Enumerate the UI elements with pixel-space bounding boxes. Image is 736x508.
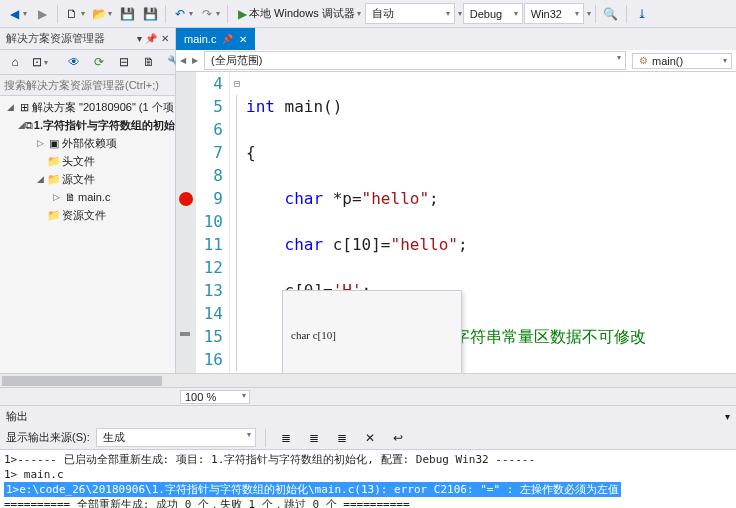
output-line: ========== 全部重新生成: 成功 0 个，失败 1 个，跳过 0 个 … bbox=[4, 497, 732, 508]
code-editor[interactable]: 45678910111213141516 ⊟ int main() { char… bbox=[176, 72, 736, 373]
cfile-icon: 🗎 bbox=[62, 191, 78, 203]
folder-icon: 📁 bbox=[46, 209, 62, 222]
save-all-icon: 💾 bbox=[143, 7, 157, 21]
tab-label: main.c bbox=[184, 33, 216, 45]
goto-button[interactable]: ≣ bbox=[275, 427, 297, 449]
search-input[interactable] bbox=[4, 79, 171, 91]
collapse-icon: ⊟ bbox=[117, 55, 131, 69]
find-button[interactable]: 🔍 bbox=[600, 3, 622, 25]
crumb-right-icon[interactable]: ▶ bbox=[192, 56, 198, 65]
sync-button[interactable]: 👁 bbox=[63, 51, 85, 73]
main-toolbar: ◀▾ ▶ 🗋▾ 📂▾ 💾 💾 ↶▾ ↷▾ ▶ 本地 Windows 调试器▾ 自… bbox=[0, 0, 736, 28]
debugger-label: 本地 Windows 调试器 bbox=[249, 6, 355, 21]
editor-pane: main.c 📌 ✕ ◀ ▶ (全局范围) ⚙main() 4567891011… bbox=[176, 28, 736, 373]
open-button[interactable]: 📂▾ bbox=[89, 3, 115, 25]
redo-icon: ↷ bbox=[200, 7, 214, 21]
redo-button[interactable]: ↷▾ bbox=[197, 3, 223, 25]
scope-combo[interactable]: (全局范围) bbox=[204, 51, 626, 70]
circle-back-icon: ◀ bbox=[7, 7, 21, 21]
new-project-button[interactable]: 🗋▾ bbox=[62, 3, 88, 25]
refresh-combo[interactable]: ⊡▾ bbox=[29, 51, 51, 73]
main-c-node[interactable]: ▷🗎main.c bbox=[0, 188, 175, 206]
error-tooltip: char c[10] Error: 表达式必须是可修改的左值 bbox=[282, 290, 462, 373]
project-icon: ⧉ bbox=[25, 119, 34, 132]
show-all-button[interactable]: 🗎 bbox=[138, 51, 160, 73]
run-button[interactable]: ▶ 本地 Windows 调试器▾ bbox=[232, 3, 364, 25]
next-icon: ≣ bbox=[335, 431, 349, 445]
prev-icon: ≣ bbox=[307, 431, 321, 445]
output-title: 输出 ▾ bbox=[0, 406, 736, 426]
solution-explorer-title: 解决方案资源管理器 ▾ 📌 ✕ bbox=[0, 28, 175, 50]
home-icon: ⌂ bbox=[8, 55, 22, 69]
next-button[interactable]: ≣ bbox=[331, 427, 353, 449]
folder-icon: 📁 bbox=[46, 173, 62, 186]
output-source-combo[interactable]: 生成 bbox=[96, 428, 256, 447]
save-all-button[interactable]: 💾 bbox=[139, 3, 161, 25]
combo-icon: ⊡ bbox=[32, 55, 42, 69]
refresh-icon: ⟳ bbox=[92, 55, 106, 69]
refs-node[interactable]: ▷▣外部依赖项 bbox=[0, 134, 175, 152]
find-icon: 🔍 bbox=[604, 7, 618, 21]
refs-icon: ▣ bbox=[46, 137, 62, 150]
platform-combo[interactable]: Win32 bbox=[524, 3, 584, 24]
close-panel-icon[interactable]: ✕ bbox=[161, 33, 169, 44]
prev-button[interactable]: ≣ bbox=[303, 427, 325, 449]
config-combo[interactable]: Debug bbox=[463, 3, 523, 24]
pin-icon[interactable]: ▾ 📌 bbox=[137, 33, 157, 44]
crumb-left-icon[interactable]: ◀ bbox=[180, 56, 186, 65]
mode-combo[interactable]: 自动 bbox=[365, 3, 455, 24]
gear-icon: ⚙ bbox=[639, 55, 648, 66]
output-source-label: 显示输出来源(S): bbox=[6, 430, 90, 445]
play-icon: ▶ bbox=[235, 7, 249, 21]
scroll-thumb[interactable] bbox=[2, 376, 162, 386]
close-icon[interactable]: ✕ bbox=[239, 34, 247, 45]
output-line: 1>------ 已启动全部重新生成: 项目: 1.字符指针与字符数组的初始化,… bbox=[4, 452, 732, 467]
breakpoint-gutter[interactable] bbox=[176, 72, 196, 373]
save-button[interactable]: 💾 bbox=[116, 3, 138, 25]
line-numbers: 45678910111213141516 bbox=[196, 72, 230, 373]
headers-node[interactable]: 📁头文件 bbox=[0, 152, 175, 170]
solution-tree: ◢⊞解决方案 "20180906" (1 个项 ◢⧉1.字符指针与字符数组的初始… bbox=[0, 96, 175, 373]
tooltip-type: char c[10] bbox=[291, 327, 453, 343]
tab-main-c[interactable]: main.c 📌 ✕ bbox=[176, 28, 255, 50]
marker bbox=[180, 332, 190, 336]
breakpoint-icon[interactable] bbox=[179, 192, 193, 206]
project-node[interactable]: ◢⧉1.字符指针与字符数组的初始 bbox=[0, 116, 175, 134]
sync-icon: 👁 bbox=[67, 55, 81, 69]
circle-forward-icon: ▶ bbox=[35, 7, 49, 21]
forward-button[interactable]: ▶ bbox=[31, 3, 53, 25]
undo-icon: ↶ bbox=[173, 7, 187, 21]
solution-node[interactable]: ◢⊞解决方案 "20180906" (1 个项 bbox=[0, 98, 175, 116]
back-button[interactable]: ◀▾ bbox=[4, 3, 30, 25]
tab-bar: main.c 📌 ✕ bbox=[176, 28, 736, 50]
new-project-icon: 🗋 bbox=[65, 7, 79, 21]
folder-icon: 📁 bbox=[46, 155, 62, 168]
sources-node[interactable]: ◢📁源文件 bbox=[0, 170, 175, 188]
step-button[interactable]: ⤓ bbox=[631, 3, 653, 25]
solution-search[interactable] bbox=[0, 74, 175, 96]
goto-icon: ≣ bbox=[279, 431, 293, 445]
output-panel: 输出 ▾ 显示输出来源(S): 生成 ≣ ≣ ≣ ✕ ↩ 1>------ 已启… bbox=[0, 405, 736, 508]
editor-statusbar: 100 % bbox=[0, 387, 736, 405]
editor-hscroll[interactable] bbox=[0, 373, 736, 387]
refresh-button[interactable]: ⟳ bbox=[88, 51, 110, 73]
pin-icon[interactable]: 📌 bbox=[222, 34, 233, 44]
output-line: 1> main.c bbox=[4, 467, 732, 482]
clear-button[interactable]: ✕ bbox=[359, 427, 381, 449]
function-combo[interactable]: ⚙main() bbox=[632, 53, 732, 69]
code-body[interactable]: int main() { char *p="hello"; char c[10]… bbox=[244, 72, 736, 373]
undo-button[interactable]: ↶▾ bbox=[170, 3, 196, 25]
collapse-button[interactable]: ⊟ bbox=[113, 51, 135, 73]
fold-gutter[interactable]: ⊟ bbox=[230, 72, 244, 373]
output-toolbar: 显示输出来源(S): 生成 ≣ ≣ ≣ ✕ ↩ bbox=[0, 426, 736, 450]
resources-node[interactable]: 📁资源文件 bbox=[0, 206, 175, 224]
zoom-combo[interactable]: 100 % bbox=[180, 390, 250, 404]
home-button[interactable]: ⌂ bbox=[4, 51, 26, 73]
solution-explorer: 解决方案资源管理器 ▾ 📌 ✕ ⌂ ⊡▾ 👁 ⟳ ⊟ 🗎 🔧 ‹ ◢⊞解决方案 … bbox=[0, 28, 176, 373]
save-icon: 💾 bbox=[120, 7, 134, 21]
dropdown-icon[interactable]: ▾ bbox=[725, 411, 730, 422]
output-body[interactable]: 1>------ 已启动全部重新生成: 项目: 1.字符指针与字符数组的初始化,… bbox=[0, 450, 736, 508]
files-icon: 🗎 bbox=[142, 55, 156, 69]
solution-icon: ⊞ bbox=[16, 101, 32, 114]
wrap-button[interactable]: ↩ bbox=[387, 427, 409, 449]
